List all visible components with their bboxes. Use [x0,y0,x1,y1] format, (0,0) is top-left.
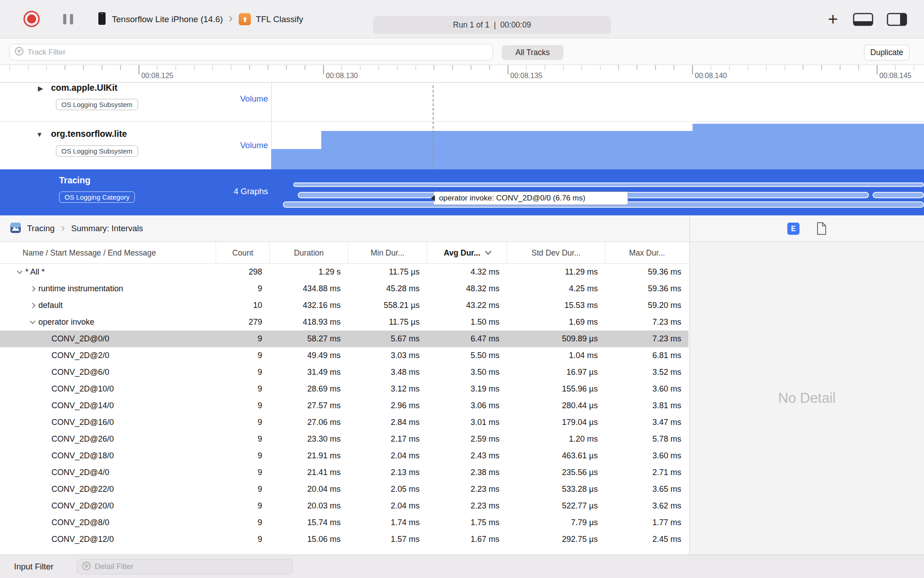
cell-max: 3.62 ms [605,501,688,511]
cell-avg: 5.50 ms [427,351,507,360]
ruler-tick [637,65,638,70]
table-row-operator-invoke[interactable]: operator invoke279418.93 ms11.75 µs1.50 … [0,314,688,331]
breadcrumb-root[interactable]: Tracing [27,224,55,233]
table-row-CONV_2D-14-0[interactable]: CONV_2D@14/0927.57 ms2.96 ms3.06 ms280.4… [0,397,688,414]
ruler-tick [914,65,915,70]
table-row-CONV_2D-8-0[interactable]: CONV_2D@8/0915.74 ms1.74 ms1.75 ms7.79 µ… [0,514,688,531]
duplicate-button[interactable]: Duplicate [864,45,910,61]
cell-min: 2.96 ms [348,401,427,410]
all-tracks-button[interactable]: All Tracks [502,45,564,60]
table-row-CONV_2D-16-0[interactable]: CONV_2D@16/0927.06 ms2.84 ms3.01 ms179.0… [0,414,688,431]
cell-count: 9 [216,384,269,394]
track-filter-field[interactable] [9,44,493,61]
column-header-name[interactable]: Name / Start Message / End Message [0,242,216,264]
table-row-CONV_2D-20-0[interactable]: CONV_2D@20/0920.03 ms2.04 ms2.23 ms522.7… [0,498,688,514]
cell-min: 2.17 ms [348,434,427,444]
row-disclosure-chevron[interactable] [27,321,38,323]
table-header: Name / Start Message / End Message Count… [0,242,688,264]
tracing-track-name[interactable]: Tracing [59,175,90,186]
table-row-All[interactable]: * All *2981.29 s11.75 µs4.32 ms11.29 ms5… [0,264,688,280]
tflite-track-name[interactable]: org.tensorflow.lite [51,129,127,139]
ruler-label: 00:08.130 [326,72,358,80]
playhead-dashed-line [433,85,434,169]
add-instrument-button[interactable]: + [824,10,842,28]
column-header-duration[interactable]: Duration [269,242,348,264]
ruler-tick [102,65,102,70]
table-row-CONV_2D-26-0[interactable]: CONV_2D@26/0923.30 ms2.17 ms2.59 ms1.20 … [0,431,688,447]
document-icon[interactable] [816,222,827,237]
cell-duration: 15.06 ms [269,535,348,544]
cell-duration: 27.06 ms [269,418,348,427]
row-disclosure-chevron[interactable] [27,303,38,308]
cell-std: 7.79 µs [507,518,605,527]
cell-max: 3.65 ms [605,485,688,494]
row-disclosure-chevron[interactable] [27,287,38,291]
row-disclosure-chevron[interactable] [14,271,25,273]
ruler-tick [471,65,471,70]
tracing-track-meta: 4 Graphs [135,186,268,196]
table-row-CONV_2D-0-0[interactable]: CONV_2D@0/0958.27 ms5.67 ms6.47 ms509.89… [0,331,688,347]
ruler-label: 00:08.135 [510,72,542,80]
cell-max: 3.81 ms [605,401,688,410]
uikit-track-name[interactable]: com.apple.UIKit [51,83,117,93]
cell-min: 11.75 µs [348,267,427,277]
table-row-default[interactable]: default10432.16 ms558.21 µs43.22 ms15.53… [0,297,688,314]
bottom-pane-toggle[interactable] [853,12,873,28]
pause-bar-icon [63,14,66,24]
cell-max: 59.36 ms [605,284,688,294]
track-separator [0,121,924,121]
ruler-tick [139,65,139,75]
filter-icon [82,561,91,573]
timeline-ruler[interactable]: 00:08.12500:08.13000:08.13500:08.14000:0… [0,65,924,83]
detail-filter-input[interactable] [95,562,288,571]
ruler-tick [231,65,232,70]
cell-min: 11.75 µs [348,317,427,327]
iphone-icon [97,11,107,28]
cell-count: 9 [216,284,269,294]
table-row-CONV_2D-2-0[interactable]: CONV_2D@2/0949.49 ms3.03 ms5.50 ms1.04 m… [0,347,688,364]
cell-avg: 1.67 ms [427,535,507,544]
row-name: CONV_2D@8/0 [51,518,109,527]
ruler-tick [434,65,434,70]
pause-button[interactable] [63,14,77,24]
table-row-CONV_2D-22-0[interactable]: CONV_2D@22/0920.04 ms2.05 ms2.23 ms533.2… [0,481,688,498]
row-name: * All * [25,267,45,277]
table-row-CONV_2D-10-0[interactable]: CONV_2D@10/0928.69 ms3.12 ms3.19 ms155.9… [0,381,688,397]
tflite-disclosure-triangle[interactable]: ▼ [36,131,43,138]
ruler-tick [452,65,453,70]
detail-filter-field[interactable] [77,559,293,574]
device-selector[interactable]: Tensorflow Lite iPhone (14.6) › TFL Clas… [97,0,303,38]
ruler-tick [213,65,213,70]
ruler-tick [342,65,342,70]
cell-min: 3.12 ms [348,384,427,394]
table-row-runtime-instrumentation[interactable]: runtime instrumentation9434.88 ms45.28 m… [0,280,688,297]
column-header-count[interactable]: Count [216,242,269,264]
column-header-max[interactable]: Max Dur... [605,242,688,264]
track-filter-input[interactable] [28,48,488,57]
ruler-tick [877,65,878,75]
table-row-CONV_2D-4-0[interactable]: CONV_2D@4/0921.41 ms2.13 ms2.38 ms235.56… [0,464,688,481]
table-row-CONV_2D-12-0[interactable]: CONV_2D@12/0915.06 ms1.57 ms1.67 ms292.7… [0,531,688,548]
cell-max: 7.23 ms [605,317,688,327]
column-header-stddev[interactable]: Std Dev Dur... [507,242,605,264]
cell-count: 279 [216,317,269,327]
column-header-avg[interactable]: Avg Dur... [427,242,507,264]
cell-min: 2.04 ms [348,451,427,461]
tracing-track-badge: OS Logging Category [59,191,135,203]
record-button[interactable] [23,11,40,27]
cell-avg: 3.19 ms [427,384,507,394]
column-header-min[interactable]: Min Dur... [348,242,427,264]
cell-duration: 58.27 ms [269,334,348,344]
table-row-CONV_2D-18-0[interactable]: CONV_2D@18/0921.91 ms2.04 ms2.43 ms463.6… [0,447,688,464]
cell-count: 298 [216,267,269,277]
extended-detail-button[interactable]: E [787,223,799,235]
cell-duration: 49.49 ms [269,351,348,360]
input-filter-label: Input Filter [14,555,53,578]
table-row-CONV_2D-6-0[interactable]: CONV_2D@6/0931.49 ms3.48 ms3.50 ms16.97 … [0,364,688,381]
breadcrumb-page[interactable]: Summary: Intervals [71,224,143,233]
uikit-disclosure-triangle[interactable]: ▶ [38,84,43,93]
cell-avg: 2.23 ms [427,501,507,511]
right-pane-toggle[interactable] [887,12,907,28]
cell-count: 9 [216,485,269,494]
cell-count: 9 [216,418,269,427]
